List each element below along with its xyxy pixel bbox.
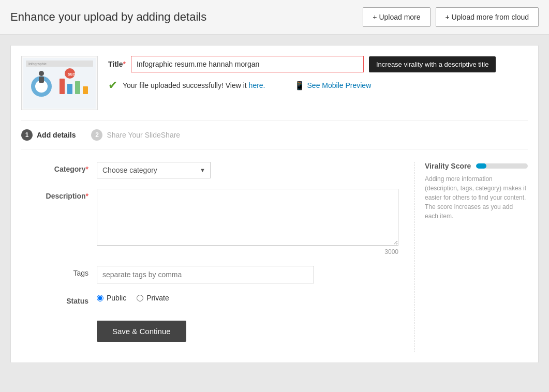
category-select-wrapper: Choose category Technology Business Educ… bbox=[97, 162, 211, 178]
tags-label: Tags bbox=[21, 266, 88, 277]
category-select[interactable]: Choose category Technology Business Educ… bbox=[97, 162, 211, 178]
title-label: Title* bbox=[108, 60, 126, 68]
category-control: Choose category Technology Business Educ… bbox=[97, 162, 398, 178]
step-1: 1 Add details bbox=[21, 129, 76, 141]
step-2-label: Share Your SlideShare bbox=[107, 131, 180, 139]
tags-row: Tags bbox=[21, 266, 398, 283]
svg-text:Infographic: Infographic bbox=[28, 62, 47, 66]
status-public-option[interactable]: Public bbox=[97, 294, 126, 302]
step-2-number: 2 bbox=[91, 129, 102, 141]
page-title: Enhance your upload by adding details bbox=[10, 10, 206, 24]
step-1-label: Add details bbox=[37, 131, 76, 139]
status-private-option[interactable]: Private bbox=[137, 294, 169, 302]
status-control: Public Private bbox=[97, 294, 398, 302]
description-textarea[interactable] bbox=[97, 189, 398, 246]
tags-control bbox=[97, 266, 398, 283]
tags-input[interactable] bbox=[97, 266, 314, 283]
svg-rect-8 bbox=[83, 86, 88, 94]
upload-header: Infographic SEO bbox=[21, 56, 528, 110]
top-bar: Enhance your upload by adding details + … bbox=[0, 0, 549, 35]
virality-bar-bg bbox=[476, 163, 528, 169]
title-tooltip: Increase virality with a descriptive tit… bbox=[369, 56, 496, 72]
svg-rect-10 bbox=[39, 77, 44, 83]
svg-text:SEO: SEO bbox=[68, 72, 76, 76]
step-1-number: 1 bbox=[21, 129, 33, 141]
description-row: Description* 3000 bbox=[21, 189, 398, 255]
top-buttons: + Upload more + Upload more from cloud bbox=[363, 7, 539, 27]
status-private-radio[interactable] bbox=[137, 295, 143, 301]
save-row: Save & Continue bbox=[21, 315, 398, 342]
virality-bar-fill bbox=[476, 163, 486, 169]
status-label: Status bbox=[21, 294, 88, 305]
save-continue-button[interactable]: Save & Continue bbox=[97, 321, 186, 342]
view-here-link[interactable]: here. bbox=[249, 81, 265, 89]
category-label: Category* bbox=[21, 162, 88, 173]
svg-rect-6 bbox=[67, 84, 72, 94]
svg-rect-7 bbox=[75, 81, 80, 94]
save-spacer bbox=[21, 315, 88, 319]
mobile-preview-link[interactable]: 📱 See Mobile Preview bbox=[294, 81, 372, 91]
mobile-icon: 📱 bbox=[294, 81, 305, 91]
success-checkmark: ✔ bbox=[108, 79, 117, 92]
char-count: 3000 bbox=[97, 248, 398, 255]
title-row: Title* Increase virality with a descript… bbox=[108, 56, 528, 72]
main-content: Infographic SEO bbox=[10, 45, 539, 363]
thumbnail: Infographic SEO bbox=[21, 56, 98, 110]
form-left: Category* Choose category Technology Bus… bbox=[21, 162, 398, 352]
category-row: Category* Choose category Technology Bus… bbox=[21, 162, 398, 178]
form-section: Category* Choose category Technology Bus… bbox=[21, 162, 528, 352]
description-label: Description* bbox=[21, 189, 88, 200]
svg-rect-5 bbox=[60, 79, 65, 94]
status-private-label: Private bbox=[146, 294, 169, 302]
status-public-radio[interactable] bbox=[97, 295, 103, 301]
virality-panel: Virality Score Adding more information (… bbox=[414, 162, 528, 352]
virality-description: Adding more information (description, ta… bbox=[425, 174, 528, 221]
step-2: 2 Share Your SlideShare bbox=[91, 129, 180, 141]
description-control: 3000 bbox=[97, 189, 398, 255]
status-public-label: Public bbox=[107, 294, 126, 302]
upload-more-cloud-button[interactable]: + Upload more from cloud bbox=[436, 7, 539, 27]
success-text: Your file uploaded successfully! View it… bbox=[123, 81, 265, 89]
title-input[interactable] bbox=[131, 56, 364, 72]
steps-bar: 1 Add details 2 Share Your SlideShare bbox=[21, 120, 528, 149]
virality-label: Virality Score bbox=[425, 162, 528, 170]
upload-info: Title* Increase virality with a descript… bbox=[108, 56, 528, 92]
upload-more-button[interactable]: + Upload more bbox=[363, 7, 430, 27]
status-row: Status Public Private bbox=[21, 294, 398, 305]
save-control: Save & Continue bbox=[97, 315, 398, 342]
svg-point-9 bbox=[39, 71, 44, 76]
success-row: ✔ Your file uploaded successfully! View … bbox=[108, 79, 528, 92]
